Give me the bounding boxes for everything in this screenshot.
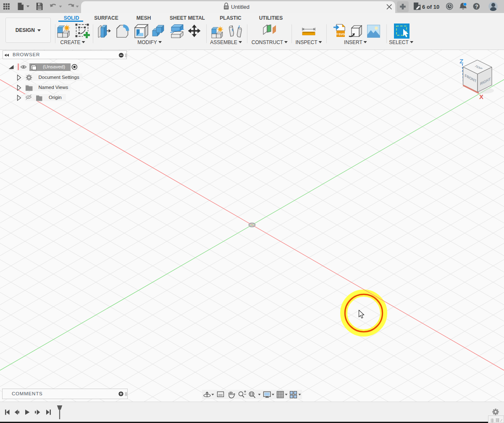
- svg-text:SVG: SVG: [339, 33, 345, 36]
- svg-text:X: X: [479, 93, 483, 100]
- svg-text:Z: Z: [459, 57, 463, 65]
